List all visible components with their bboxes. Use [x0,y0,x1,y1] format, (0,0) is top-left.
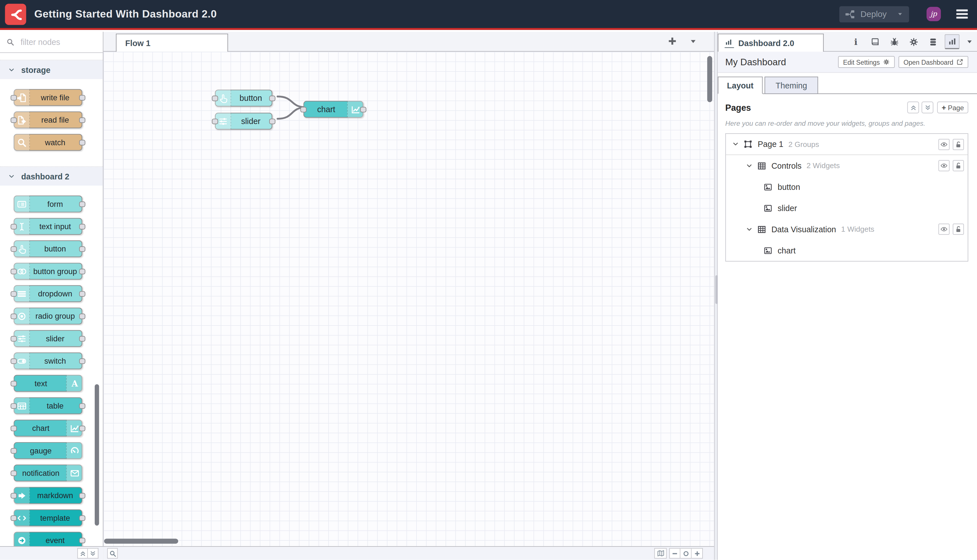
add-flow-button[interactable] [666,36,679,48]
expand-all-button[interactable] [922,102,934,113]
node-write-file[interactable]: write file [13,89,82,106]
node-chart[interactable]: chart [303,101,363,118]
lock-button[interactable] [953,160,964,171]
flow-list-button[interactable] [689,37,698,46]
palette-scrollbar[interactable] [95,384,99,525]
output-port[interactable] [269,118,276,124]
input-port[interactable] [300,107,306,112]
node-switch[interactable]: switch [13,353,82,370]
input-port[interactable] [10,381,17,386]
input-port[interactable] [10,425,17,431]
output-port[interactable] [79,246,85,252]
output-port[interactable] [79,537,85,543]
zoom-reset-button[interactable] [680,548,692,558]
output-port[interactable] [269,95,276,101]
output-port[interactable] [79,358,85,363]
tab-flow-1[interactable]: Flow 1 [116,33,228,52]
zoom-out-button[interactable] [669,548,680,558]
canvas-search-button[interactable] [107,548,118,558]
node-event[interactable]: event [13,532,82,546]
sidebar-tool-info[interactable]: i [848,34,863,49]
sidebar-menu-caret[interactable] [966,38,973,45]
tab-layout[interactable]: Layout [718,77,763,94]
tree-row-chart[interactable]: chart [726,240,968,261]
input-port[interactable] [10,358,17,363]
output-port[interactable] [79,201,85,207]
sidebar-splitter[interactable] [714,32,718,560]
input-port[interactable] [10,403,17,408]
output-port[interactable] [360,107,366,112]
tree-row-slider[interactable]: slider [726,197,968,219]
node-chart[interactable]: chart [13,420,82,437]
deploy-button[interactable]: Deploy [839,6,909,22]
node-button[interactable]: button [13,240,82,257]
node-form[interactable]: form [13,195,82,212]
node-watch[interactable]: watch [13,134,82,151]
canvas-v-scrollbar[interactable] [707,56,712,102]
output-port[interactable] [79,223,85,229]
tree-row-Page-1[interactable]: Page 12 Groups [726,134,968,155]
node-button[interactable]: button [215,90,272,107]
output-port[interactable] [79,291,85,297]
palette-scroll-area[interactable]: storagewrite fileread filewatchdashboard… [0,52,103,546]
splitter-handle[interactable] [715,275,718,304]
open-dashboard-button[interactable]: Open Dashboard [899,56,968,68]
input-port[interactable] [10,336,17,341]
canvas-h-scrollbar[interactable] [104,539,178,544]
output-port[interactable] [79,117,85,123]
input-port[interactable] [10,246,17,252]
collapse-all-button[interactable] [907,102,919,113]
node-text-input[interactable]: text input [13,218,82,235]
add-page-button[interactable]: + Page [937,102,969,113]
input-port[interactable] [10,268,17,274]
output-port[interactable] [79,313,85,319]
output-port[interactable] [79,95,85,100]
visibility-button[interactable] [938,160,950,171]
sidebar-tool-dashboard[interactable] [945,34,959,49]
input-port[interactable] [10,95,17,100]
node-notification[interactable]: notification [13,465,82,482]
output-port[interactable] [79,515,85,521]
flow-canvas[interactable]: buttonsliderchart [104,52,714,546]
sidebar-tool-context[interactable] [925,34,940,49]
tab-theming[interactable]: Theming [765,77,818,94]
node-slider[interactable]: slider [215,113,272,130]
visibility-button[interactable] [938,138,950,150]
deploy-caret-icon[interactable] [897,10,904,17]
expand-categories-button[interactable] [88,548,99,558]
category-header[interactable]: dashboard 2 [0,167,103,186]
filter-nodes-input[interactable] [19,37,97,47]
user-avatar[interactable]: jp [926,7,941,21]
edit-settings-button[interactable]: Edit Settings [838,56,895,68]
sidebar-tool-debug[interactable] [887,34,902,49]
palette-search[interactable] [0,32,103,53]
output-port[interactable] [79,336,85,341]
node-button-group[interactable]: button group [13,263,82,280]
input-port[interactable] [10,291,17,297]
output-port[interactable] [79,140,85,145]
output-port[interactable] [79,425,85,431]
node-dropdown[interactable]: dropdown [13,285,82,302]
tree-row-button[interactable]: button [726,176,968,197]
collapse-categories-button[interactable] [77,548,88,558]
node-table[interactable]: table [13,397,82,414]
navigator-button[interactable] [654,548,666,558]
input-port[interactable] [10,492,17,498]
lock-button[interactable] [953,223,964,235]
sidebar-tool-help[interactable] [867,34,882,49]
input-port[interactable] [212,95,218,101]
node-radio-group[interactable]: radio group [13,308,82,325]
category-header[interactable]: storage [0,60,103,79]
sidebar-tool-config[interactable] [906,34,921,49]
visibility-button[interactable] [938,223,950,235]
tab-dashboard-2[interactable]: Dashboard 2.0 [718,33,824,52]
node-template[interactable]: template [13,510,82,527]
node-markdown[interactable]: markdown [13,487,82,504]
lock-button[interactable] [953,138,964,150]
input-port[interactable] [10,313,17,319]
input-port[interactable] [10,448,17,453]
input-port[interactable] [10,117,17,123]
output-port[interactable] [79,268,85,274]
zoom-in-button[interactable] [692,548,703,558]
tree-row-Data-Visualization[interactable]: Data Visualization1 Widgets [726,219,968,240]
